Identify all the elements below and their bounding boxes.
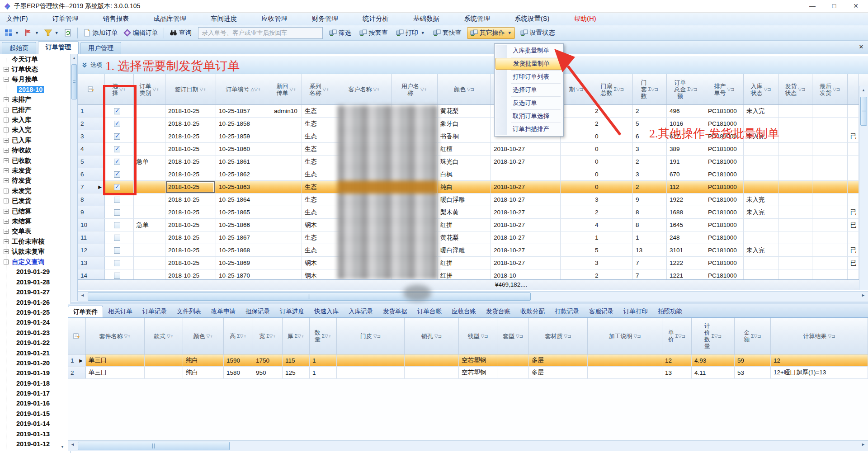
sidebar-item-待收款[interactable]: 待收款 [0, 146, 71, 156]
sidebar-item-2019-01-23[interactable]: 2019-01-23 [0, 328, 71, 338]
filter-pin-icons[interactable]: Σ▽⊐ [614, 87, 624, 92]
expand-icon[interactable] [4, 138, 9, 143]
row-checkbox[interactable] [114, 260, 120, 266]
filter-pin-icons[interactable]: ▽⊐ [373, 334, 381, 339]
detail-tab-客服记录[interactable]: 客服记录 [584, 306, 618, 317]
filter-pin-icons[interactable]: Σ▽⊐ [751, 334, 761, 339]
edit-order-button[interactable]: 编辑订单 [121, 28, 161, 38]
expand-icon[interactable] [4, 108, 9, 113]
main-horizontal-scrollbar[interactable]: ◄ ► [78, 291, 868, 302]
sidebar-item-未发完[interactable]: 未发完 [0, 186, 71, 196]
filter-pin-icons[interactable]: Σ▽♀ [295, 334, 304, 339]
row-checkbox[interactable] [114, 209, 120, 216]
sidebar-item-订单状态[interactable]: 订单状态 [0, 64, 71, 74]
detail-column-header-金额[interactable]: 金额Σ▽⊐ [735, 318, 771, 354]
menu-item-财务管理[interactable]: 财务管理 [306, 14, 344, 23]
column-header-col0[interactable] [78, 74, 105, 104]
main-vertical-scrollbar[interactable]: ▲ [859, 86, 868, 290]
row-checkbox[interactable] [114, 197, 120, 203]
menu-item-销售报表[interactable]: 销售报表 [97, 14, 136, 23]
filter-pin-icons[interactable]: Σ▽♀ [266, 334, 276, 339]
detail-tab-收款分配[interactable]: 收款分配 [515, 306, 550, 317]
column-header-客户名称[interactable]: 客户名称▽♀ [337, 74, 392, 104]
row-checkbox[interactable] [114, 273, 120, 279]
sidebar-item-2019-01-21[interactable]: 2019-01-21 [0, 348, 71, 358]
column-header-门扇总数[interactable]: 门扇总数Σ▽⊐ [592, 74, 633, 104]
detail-column-header-套件名称[interactable]: 套件名称▽♀ [86, 318, 145, 354]
menu-item-系统设置(S)[interactable]: 系统设置(S) [508, 14, 556, 23]
detail-tab-订单打印[interactable]: 订单打印 [618, 306, 653, 317]
column-header-颜色[interactable]: 颜色▽⊐ [438, 74, 491, 104]
query-button[interactable]: 查询 [167, 28, 194, 38]
menu-item-订单管理[interactable]: 订单管理 [46, 14, 85, 23]
tab-close-icon[interactable]: ✕ [857, 43, 865, 50]
menu-item-反选订单[interactable]: 反选订单 [495, 97, 562, 109]
detail-tab-发货单据[interactable]: 发货单据 [378, 306, 412, 317]
filter-pin-icons[interactable]: Σ▽♀ [237, 334, 246, 339]
expand-icon[interactable] [4, 158, 9, 163]
sidebar-scrollbar[interactable]: ▲ [71, 54, 78, 301]
sidebar-item-2019-01-29[interactable]: 2019-01-29 [0, 267, 71, 277]
filter-pin-icons[interactable]: Σ▽⊐ [648, 87, 658, 92]
expand-icon[interactable] [4, 189, 9, 193]
detail-tab-拍照功能[interactable]: 拍照功能 [653, 306, 687, 317]
filter-pin-icons[interactable]: ▽⊐ [434, 334, 442, 339]
filter-pin-icons[interactable]: ▽♀ [152, 87, 159, 92]
detail-tab-订单进度[interactable]: 订单进度 [275, 306, 309, 317]
detail-column-header-款式[interactable]: 款式▽♀ [145, 318, 183, 354]
detail-tab-入库记录[interactable]: 入库记录 [344, 306, 378, 317]
menu-item-入库批量制单[interactable]: 入库批量制单 [495, 45, 562, 57]
filter-pin-icons[interactable]: ▽⊐ [467, 87, 474, 92]
scroll-up-icon[interactable]: ▲ [861, 88, 866, 92]
filter-pin-icons[interactable]: ▽⊐ [633, 334, 641, 339]
column-header-入库状态[interactable]: 入库状态▽⊐ [744, 74, 778, 104]
sidebar-item-未排产[interactable]: 未排产 [0, 95, 71, 105]
scroll-up-icon[interactable]: ▲ [71, 56, 77, 60]
expand-icon[interactable] [4, 249, 9, 254]
filter-pin-icons[interactable]: ▽♀ [373, 87, 380, 92]
detail-column-header-宽[interactable]: 宽Σ▽♀ [253, 318, 283, 354]
menu-item-应收管理[interactable]: 应收管理 [255, 14, 294, 23]
expand-icon[interactable] [4, 118, 9, 123]
detail-column-header-锁孔[interactable]: 锁孔▽⊐ [405, 318, 459, 354]
expand-icon[interactable] [4, 178, 9, 183]
toolbar-button-设置状态[interactable]: 设置状态 [518, 28, 558, 38]
detail-column-header-门皮[interactable]: 门皮▽⊐ [337, 318, 405, 354]
table-row[interactable]: 92018-10-2510-25-1865生态梨木黄2018-10-272816… [78, 206, 868, 219]
detail-column-header-厚[interactable]: 厚Σ▽♀ [283, 318, 310, 354]
scroll-right-icon[interactable]: ► [861, 442, 865, 447]
filter-pin-icons[interactable]: ▽⊐ [516, 334, 523, 339]
detail-column-header-计价数量[interactable]: 计价数量Σ▽⊐ [692, 318, 735, 354]
expand-icon[interactable] [4, 229, 9, 234]
column-header-订单总金额[interactable]: 订单总金额Σ▽⊐ [667, 74, 705, 104]
filter-pin-icons[interactable]: ▽♀ [124, 334, 131, 339]
sidebar-item-2019-01-16[interactable]: 2019-01-16 [0, 398, 71, 408]
table-row[interactable]: 7▶2018-10-2510-25-1863生态纯白2018-10-270211… [78, 181, 868, 193]
detail-column-header-单价[interactable]: 单价Σ▽⊐ [662, 318, 692, 354]
column-header-签订日期[interactable]: 签订日期▽♀ [165, 74, 216, 104]
detail-tab-发货台账[interactable]: 发货台账 [481, 306, 515, 317]
detail-table-row[interactable]: 2单三口纯白15809501251空芯塑钢多层134.115312+哑口超厚(1… [68, 367, 868, 379]
menu-item-成品库管理[interactable]: 成品库管理 [147, 14, 193, 23]
row-checkbox[interactable] [114, 222, 120, 228]
sidebar-item-2019-01-25[interactable]: 2019-01-25 [0, 307, 71, 317]
expand-icon[interactable] [4, 97, 9, 102]
maximize-button[interactable]: □ [824, 0, 844, 12]
tab-用户管理[interactable]: 用户管理 [80, 42, 121, 54]
column-header-发货状态[interactable]: 发货状态▽⊐ [778, 74, 812, 104]
row-checkbox[interactable] [114, 235, 120, 241]
sidebar-item-未结算[interactable]: 未结算 [0, 216, 71, 226]
sidebar-item-未入库[interactable]: 未入库 [0, 115, 71, 125]
filter-pin-icons[interactable]: ▽♀ [167, 334, 174, 339]
sidebar-item-2019-01-15[interactable]: 2019-01-15 [0, 409, 71, 419]
sidebar-item-2019-01-26[interactable]: 2019-01-26 [0, 297, 71, 307]
table-row[interactable]: 12018-10-2510-25-1857admin10生态黄花梨22496PC… [78, 105, 868, 118]
scrollbar-thumb[interactable] [88, 293, 531, 301]
tab-起始页[interactable]: 起始页 [2, 42, 36, 54]
menu-item-文件(F)[interactable]: 文件(F) [0, 14, 34, 23]
app-grid-button[interactable]: ▼ [2, 28, 22, 38]
detail-column-header-颜色[interactable]: 颜色▽♀ [183, 318, 224, 354]
table-row[interactable]: 132018-10-2510-25-1869钢木红拼2018-10-273712… [78, 257, 868, 269]
detail-tab-应收台账[interactable]: 应收台账 [447, 306, 481, 317]
sidebar-item-2019-01-28[interactable]: 2019-01-28 [0, 277, 71, 287]
